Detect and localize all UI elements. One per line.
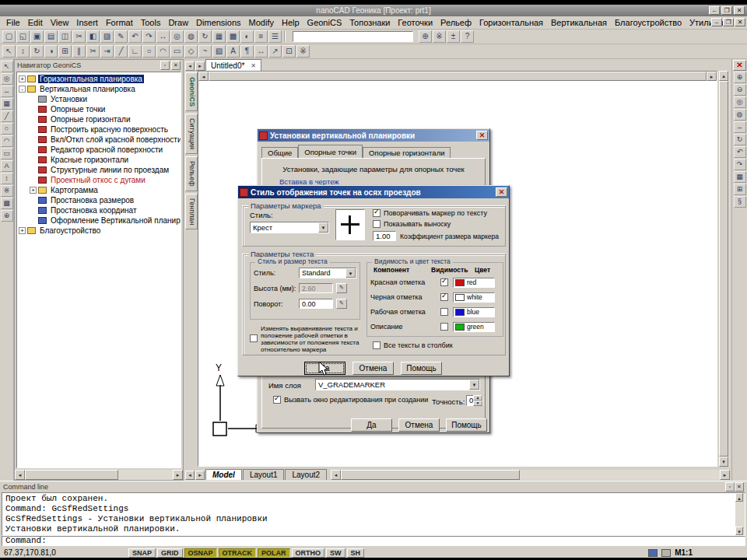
scrollbar-thumb[interactable] [341,470,520,480]
zoom-out-icon[interactable]: ⊖ [734,84,746,96]
color-swatch-button[interactable]: green [453,322,495,332]
scroll-left-icon[interactable]: ◂ [198,72,209,81]
toolbar-search-input[interactable] [293,31,413,42]
tree-item[interactable]: Опорные точки [17,104,181,114]
new-icon[interactable]: ▢ [2,30,16,43]
collapse-icon[interactable]: - [19,86,26,93]
vertical-tab[interactable]: Генплан [185,194,198,229]
layer-properties-icon[interactable]: ▩ [226,30,240,43]
tree-item[interactable]: +Горизонтальная планировка [17,74,181,84]
vertical-tab[interactable]: Ситуация [185,114,198,154]
layout-tab-layout2[interactable]: Layout2 [285,469,327,480]
leader-icon[interactable]: ↗ [268,45,282,58]
settings-ok-button[interactable]: Да [351,418,392,432]
menu-item[interactable]: Insert [72,17,102,28]
scrollbar-thumb[interactable] [719,81,728,457]
toggle-snap[interactable]: SNAP [128,548,156,558]
document-tab-close-icon[interactable]: ✕ [251,62,256,69]
settings-icon[interactable]: ⊕ [1,210,13,222]
line-icon[interactable]: ╱ [1,110,13,122]
navigator-hscrollbar[interactable]: ◂ ▸ [15,470,183,480]
polygon-icon[interactable]: ◇ [184,45,198,58]
align-text-checkbox[interactable] [250,334,258,342]
style-help-button[interactable]: Помощь [401,362,442,375]
rotate-marker-checkbox[interactable] [373,209,381,217]
grid-icon[interactable]: ⊞ [734,184,746,195]
save-icon[interactable]: ▣ [30,30,44,43]
command-vscrollbar[interactable]: ▴ ▾ [735,493,745,535]
layout-tab-layout1[interactable]: Layout1 [243,469,285,480]
print-preview-icon[interactable]: ◫ [58,30,72,43]
layers-icon[interactable]: ▦ [734,171,746,183]
menu-item[interactable]: Draw [164,17,192,28]
pan-icon[interactable]: ↔ [156,30,170,43]
linetype-icon[interactable]: ≡ [254,30,268,43]
expand-icon[interactable]: + [19,227,26,234]
toggle-sh[interactable]: SH [347,548,365,558]
marker-style-dialog-close-icon[interactable]: ✕ [496,187,507,197]
menu-item[interactable]: Help [278,17,303,28]
array-icon[interactable]: ⊞ [58,45,72,58]
tree-item[interactable]: Простановка координат [17,205,181,215]
properties-icon[interactable]: ▩ [1,198,13,209]
vertical-tab[interactable]: Рельеф [185,156,198,191]
trim-icon[interactable]: ✂ [86,45,100,58]
redo-icon[interactable]: ↷ [142,30,156,43]
close-button[interactable]: ✕ [734,6,745,15]
layout-tab-model[interactable]: Model [205,469,242,480]
regen-icon[interactable]: ↻ [734,134,746,145]
toggle-polar[interactable]: POLAR [258,548,290,558]
copy-icon[interactable]: ◧ [86,30,100,43]
zoom-window-icon[interactable]: ◍ [184,30,198,43]
menu-item[interactable]: Геоточки [394,17,437,28]
tree-item[interactable]: Установки [17,94,181,104]
tree-item[interactable]: +Картограмма [17,185,181,195]
rotate-icon[interactable]: ↻ [30,45,44,58]
zoom-icon[interactable]: ◎ [1,73,13,85]
tree-item[interactable]: Опорные горизонтали [17,114,181,124]
menu-item[interactable]: Modify [245,17,278,28]
toggle-otrack[interactable]: OTRACK [219,548,257,558]
layers-icon[interactable]: ▦ [1,98,13,110]
cut-icon[interactable]: ✂ [72,30,86,43]
menu-item[interactable]: Рельеф [437,17,475,28]
marker-style-combo[interactable]: Крест ▼ [250,222,329,233]
marker-scale-field[interactable]: 1.00 [373,231,396,241]
chevron-down-icon[interactable]: ▼ [345,268,356,278]
tree-item[interactable]: -Вертикальная планировка [17,84,181,94]
mdi-minimize-button[interactable]: – [711,18,722,26]
osnap-settings-icon[interactable]: ⊕ [419,30,432,43]
paste-icon[interactable]: ▨ [100,30,114,43]
scroll-down-icon[interactable]: ▾ [719,457,728,467]
pan-icon[interactable]: ↔ [734,121,746,133]
menu-item[interactable]: Dimensions [192,17,244,28]
arc-icon[interactable]: ◠ [1,135,13,147]
help-icon[interactable]: ? [461,30,474,43]
visibility-checkbox[interactable] [440,308,448,316]
command-panel-close-icon[interactable]: ✕ [735,482,744,492]
spline-icon[interactable]: ~ [198,45,212,58]
regen-icon[interactable]: ↻ [198,30,212,43]
layout-hscrollbar[interactable]: ◂ ▸ [331,470,730,480]
color-icon[interactable]: ◐ [240,30,254,43]
menu-item[interactable]: Edit [24,17,47,28]
settings-dialog-close-icon[interactable]: ✕ [476,131,488,140]
dialog-tab[interactable]: Опорные горизонтали [363,147,451,158]
spin-down-icon[interactable]: ▼ [473,401,482,406]
tree-item[interactable]: Оформление Вертикальной планировки [17,215,181,226]
pick-height-button[interactable]: ✎ [336,283,347,293]
menu-item[interactable]: Вертикальная [547,17,611,28]
circle-icon[interactable]: ○ [1,123,13,135]
mtext-icon[interactable]: ¶ [240,45,254,58]
annotation-scale-icon[interactable] [661,549,671,557]
menu-item[interactable]: Благоустройство [611,17,686,28]
tree-item[interactable]: Проектный откос с дугами [17,175,181,185]
extend-icon[interactable]: ⇥ [100,45,114,58]
explode-icon[interactable]: ※ [296,45,310,58]
zoom-extents-icon[interactable]: ◎ [170,30,184,43]
pan-icon[interactable]: ↔ [1,86,13,97]
color-swatch-button[interactable]: white [453,292,495,303]
dialog-tab[interactable]: Общие [261,147,298,158]
rectangle-icon[interactable]: ▭ [170,45,184,58]
match-properties-icon[interactable]: ✎ [114,30,128,43]
